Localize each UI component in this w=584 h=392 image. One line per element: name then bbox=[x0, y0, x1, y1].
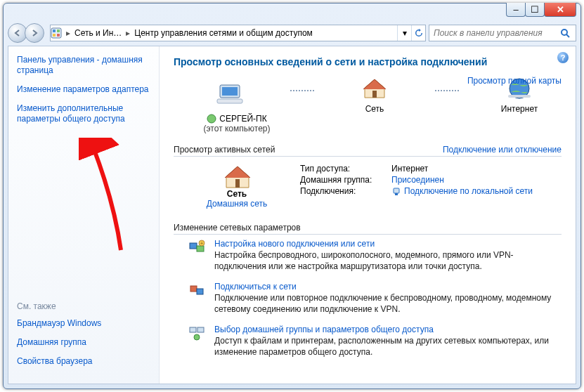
svg-point-13 bbox=[207, 115, 216, 123]
map-network-label: Сеть bbox=[339, 104, 410, 114]
task-new-connection-link[interactable]: Настройка нового подключения или сети bbox=[214, 239, 375, 249]
active-network-name: Сеть bbox=[188, 189, 286, 199]
active-network-block: Сеть Домашняя сеть Тип доступа: Интернет… bbox=[174, 157, 562, 211]
svg-rect-8 bbox=[222, 87, 238, 96]
forward-button[interactable] bbox=[25, 23, 44, 43]
arrow-right-icon bbox=[30, 28, 39, 38]
breadcrumb-segment[interactable]: Центр управления сетями и общим доступом bbox=[130, 28, 317, 38]
map-computer bbox=[195, 82, 265, 107]
task-connect: Подключиться к сети Подключение или повт… bbox=[188, 282, 562, 315]
svg-rect-3 bbox=[53, 34, 56, 37]
active-networks-heading-row: Просмотр активных сетей Подключение или … bbox=[174, 142, 562, 157]
svg-rect-16 bbox=[395, 193, 398, 195]
svg-rect-23 bbox=[190, 327, 196, 332]
maximize-button[interactable]: ☐ bbox=[525, 3, 545, 17]
task-connect-link[interactable]: Подключиться к сети bbox=[214, 282, 297, 292]
computer-name: СЕРГЕЙ-ПК bbox=[219, 114, 266, 124]
svg-rect-10 bbox=[372, 91, 377, 98]
svg-rect-14 bbox=[235, 179, 240, 188]
address-bar[interactable]: ▸ Сеть и Ин… ▸ Центр управления сетями и… bbox=[50, 25, 426, 41]
seealso-firewall[interactable]: Брандмауэр Windows bbox=[17, 318, 150, 329]
sidebar: Панель управления - домашняя страница Из… bbox=[8, 46, 160, 384]
new-connection-icon: + bbox=[188, 239, 205, 256]
seealso-browser[interactable]: Свойства браузера bbox=[17, 356, 150, 367]
refresh-icon bbox=[415, 29, 423, 37]
active-network-type[interactable]: Домашняя сеть bbox=[207, 199, 267, 209]
map-internet-label: Интернет bbox=[484, 104, 554, 114]
refresh-button[interactable] bbox=[411, 25, 425, 41]
nav-buttons bbox=[8, 23, 47, 43]
map-labels-row: СЕРГЕЙ-ПК (этот компьютер) bbox=[174, 114, 562, 133]
svg-rect-1 bbox=[53, 30, 56, 32]
svg-rect-18 bbox=[197, 246, 204, 251]
house-icon bbox=[223, 162, 251, 190]
task-connect-desc: Подключение или повторное подключение к … bbox=[214, 293, 562, 315]
breadcrumb-segment[interactable]: Сеть и Ин… bbox=[70, 28, 126, 38]
view-full-map-link[interactable]: Просмотр полной карты bbox=[467, 76, 562, 86]
access-type-label: Тип доступа: bbox=[300, 164, 384, 174]
search-icon bbox=[560, 28, 576, 38]
svg-rect-21 bbox=[190, 286, 197, 292]
svg-rect-24 bbox=[197, 327, 204, 332]
active-network-info: Тип доступа: Интернет Домашняя группа: П… bbox=[300, 164, 562, 209]
svg-point-5 bbox=[562, 30, 567, 35]
homegroup-label: Домашняя группа: bbox=[300, 175, 384, 185]
task-homegroup-desc: Доступ к файлам и принтерам, расположенн… bbox=[214, 336, 562, 358]
page-title: Просмотр основных сведений о сети и наст… bbox=[174, 56, 562, 67]
svg-rect-2 bbox=[57, 30, 60, 32]
sidebar-task-sharing[interactable]: Изменить дополнительные параметры общего… bbox=[17, 103, 150, 124]
seealso-heading: См. также bbox=[17, 301, 150, 311]
access-type-value: Интернет bbox=[391, 164, 428, 174]
change-settings-heading-row: Изменение сетевых параметров bbox=[174, 220, 562, 235]
change-settings-heading: Изменение сетевых параметров bbox=[174, 223, 301, 233]
search-box[interactable] bbox=[429, 25, 576, 41]
client-area: Панель управления - домашняя страница Из… bbox=[8, 46, 576, 384]
task-new-connection: + Настройка нового подключения или сети … bbox=[188, 239, 562, 272]
help-icon[interactable]: ? bbox=[557, 52, 569, 63]
svg-rect-9 bbox=[217, 99, 242, 103]
map-network: Сеть bbox=[339, 76, 410, 114]
connections-label: Подключения: bbox=[300, 186, 384, 196]
homegroup-value[interactable]: Присоединен bbox=[391, 175, 444, 185]
lan-icon bbox=[391, 187, 401, 197]
svg-rect-22 bbox=[197, 289, 203, 294]
arrow-left-icon bbox=[13, 28, 22, 38]
seealso-homegroup[interactable]: Домашняя группа bbox=[17, 337, 150, 348]
svg-line-6 bbox=[566, 34, 569, 37]
homegroup-icon bbox=[188, 325, 205, 341]
connection-link[interactable]: Подключение по локальной сети bbox=[404, 186, 533, 196]
task-homegroup: Выбор домашней группы и параметров общег… bbox=[188, 325, 562, 358]
change-settings-tasks: + Настройка нового подключения или сети … bbox=[174, 235, 562, 358]
task-new-connection-desc: Настройка беспроводного, широкополосного… bbox=[214, 250, 562, 272]
task-homegroup-link[interactable]: Выбор домашней группы и параметров общег… bbox=[214, 325, 434, 334]
svg-rect-15 bbox=[394, 188, 399, 193]
close-button[interactable]: ✕ bbox=[544, 3, 576, 17]
control-panel-icon bbox=[51, 27, 66, 39]
sidebar-task-home[interactable]: Панель управления - домашняя страница bbox=[17, 55, 150, 76]
house-icon bbox=[362, 77, 387, 100]
svg-rect-17 bbox=[190, 243, 197, 249]
computer-name-row: СЕРГЕЙ-ПК bbox=[195, 114, 279, 124]
computer-sub: (этот компьютер) bbox=[195, 124, 279, 133]
sidebar-task-adapter[interactable]: Изменение параметров адаптера bbox=[17, 84, 150, 95]
search-input[interactable] bbox=[429, 28, 560, 38]
minimize-button[interactable]: – bbox=[506, 3, 526, 17]
svg-text:+: + bbox=[200, 241, 203, 246]
connect-disconnect-link[interactable]: Подключение или отключение bbox=[443, 145, 562, 155]
toolbar: ▸ Сеть и Ин… ▸ Центр управления сетями и… bbox=[8, 23, 576, 43]
computer-icon bbox=[216, 82, 244, 107]
network-map: Сеть Интернет Просмотр полной карты bbox=[174, 73, 562, 114]
breadcrumb-dropdown[interactable]: ▾ bbox=[397, 25, 411, 41]
window-controls: – ☐ ✕ bbox=[507, 3, 576, 17]
window-frame: – ☐ ✕ ▸ Сеть и Ин… ▸ Центр управления се… bbox=[3, 3, 581, 389]
svg-rect-12 bbox=[508, 95, 531, 98]
active-networks-heading: Просмотр активных сетей bbox=[174, 145, 275, 155]
svg-point-25 bbox=[194, 334, 200, 340]
computer-small-icon bbox=[207, 114, 216, 124]
connect-icon bbox=[188, 282, 205, 299]
main-panel: ? Просмотр основных сведений о сети и на… bbox=[160, 46, 576, 384]
svg-rect-4 bbox=[57, 34, 60, 37]
